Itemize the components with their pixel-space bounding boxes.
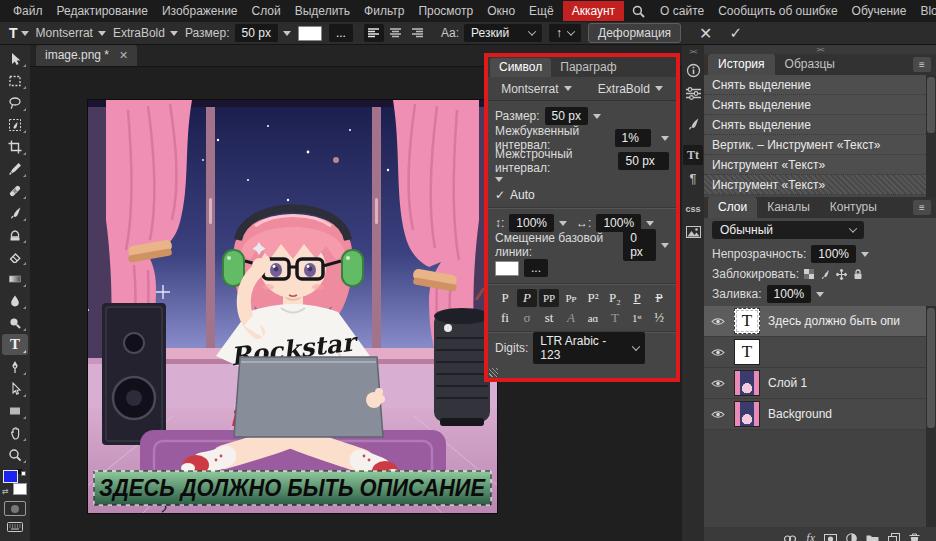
tab-channels[interactable]: Каналы: [757, 197, 820, 218]
swash-button[interactable]: A: [561, 309, 581, 327]
lock-pixels-icon[interactable]: [820, 269, 830, 280]
clone-stamp-tool[interactable]: [2, 224, 28, 245]
foreground-color-swatch[interactable]: [3, 470, 18, 483]
quick-mask-button[interactable]: [4, 501, 26, 516]
cancel-edit-icon[interactable]: ✕: [694, 24, 717, 43]
cp-font-style-select[interactable]: ExtraBold: [598, 82, 663, 96]
layers-menu-button[interactable]: ≡: [913, 200, 931, 215]
dropdown-arrow-icon[interactable]: [816, 292, 824, 297]
cp-font-family-select[interactable]: Montserrat: [501, 82, 571, 96]
delete-layer-icon[interactable]: [909, 533, 920, 541]
faux-bold-button[interactable]: P: [495, 289, 515, 307]
menu-file[interactable]: Файл: [6, 1, 50, 21]
color-swatches[interactable]: ⇄: [2, 469, 28, 496]
layer-effects-icon[interactable]: fx: [806, 531, 815, 541]
tab-paths[interactable]: Контуры: [820, 197, 887, 218]
more-options-button[interactable]: ...: [329, 24, 353, 42]
confirm-edit-icon[interactable]: ✓: [725, 24, 748, 42]
default-colors-icon[interactable]: [17, 469, 26, 474]
crop-tool[interactable]: [2, 136, 28, 157]
layer-name[interactable]: Здесь должно быть опи: [768, 314, 900, 328]
link-layers-icon[interactable]: [783, 535, 797, 541]
quick-select-tool[interactable]: [2, 114, 28, 135]
document-tab[interactable]: image.png * ✕: [36, 45, 137, 66]
dropdown-arrow-icon[interactable]: [559, 221, 567, 226]
menu-select[interactable]: Выделить: [288, 1, 357, 21]
paragraph-panel-icon[interactable]: ¶: [683, 168, 703, 188]
search-icon[interactable]: [624, 3, 653, 20]
tab-history[interactable]: История: [708, 54, 775, 75]
discretionary-ligatures-button[interactable]: st: [539, 309, 559, 327]
type-tool[interactable]: T: [2, 334, 28, 355]
cp-leading-input[interactable]: 50 px: [618, 152, 669, 170]
lasso-tool[interactable]: [2, 92, 28, 113]
active-tool-indicator[interactable]: T: [9, 25, 29, 41]
dropdown-arrow-icon[interactable]: [283, 31, 291, 36]
close-tab-icon[interactable]: ✕: [119, 49, 128, 62]
text-color-swatch[interactable]: [298, 26, 322, 41]
underline-button[interactable]: P: [627, 289, 647, 307]
dropdown-arrow-icon[interactable]: [495, 177, 503, 182]
cp-size-input[interactable]: 50 px: [545, 107, 588, 125]
brush-panel-icon[interactable]: [683, 114, 703, 134]
zoom-tool[interactable]: [2, 444, 28, 465]
tab-paragraph[interactable]: Параграф: [551, 58, 625, 77]
cp-text-color-swatch[interactable]: [495, 261, 519, 276]
layers-scrollbar[interactable]: [926, 306, 936, 527]
dropdown-arrow-icon[interactable]: [593, 114, 601, 119]
layer-visibility-toggle[interactable]: [710, 348, 726, 357]
eyedropper-tool[interactable]: [2, 158, 28, 179]
cp-vscale-input[interactable]: 100%: [509, 214, 554, 232]
eraser-tool[interactable]: [2, 246, 28, 267]
opacity-input[interactable]: 100%: [811, 245, 856, 263]
history-item-current[interactable]: Инструмент «Текст»: [704, 175, 926, 195]
history-item[interactable]: Снять выделение: [704, 95, 926, 115]
properties-panel-icon[interactable]: [683, 83, 703, 103]
font-style-select[interactable]: ExtraBold: [113, 26, 178, 40]
hand-tool[interactable]: [2, 422, 28, 443]
adjustment-layer-icon[interactable]: [846, 533, 857, 541]
strikethrough-button[interactable]: P: [649, 289, 669, 307]
text-layer-thumbnail[interactable]: T: [734, 339, 760, 365]
layer-name[interactable]: Background: [768, 407, 832, 421]
history-item[interactable]: Вертик. – Инструмент «Текст»: [704, 135, 926, 155]
image-layer-thumbnail[interactable]: [734, 370, 760, 396]
menu-filter[interactable]: Фильтр: [357, 1, 411, 21]
menu-blog[interactable]: Blog: [913, 1, 936, 21]
new-layer-icon[interactable]: [888, 533, 900, 541]
blur-tool[interactable]: [2, 290, 28, 311]
pen-tool[interactable]: [2, 356, 28, 377]
menu-view[interactable]: Просмотр: [411, 1, 480, 21]
antialias-select[interactable]: Резкий: [464, 24, 542, 42]
menu-window[interactable]: Окно: [480, 1, 522, 21]
menu-about[interactable]: О сайте: [653, 1, 711, 21]
font-family-select[interactable]: Montserrat: [36, 26, 106, 40]
faux-italic-button[interactable]: P: [517, 289, 537, 307]
add-mask-icon[interactable]: [824, 534, 837, 541]
layer-visibility-toggle[interactable]: [710, 379, 726, 388]
tab-character[interactable]: Символ: [490, 58, 551, 77]
blend-mode-select[interactable]: Обычный: [712, 221, 864, 239]
cp-tracking-input[interactable]: 1%: [615, 129, 651, 147]
align-right-button[interactable]: [408, 24, 428, 42]
layer-row[interactable]: Background: [704, 399, 926, 430]
layer-row[interactable]: Слой 1: [704, 368, 926, 399]
healing-brush-tool[interactable]: [2, 180, 28, 201]
history-item[interactable]: Инструмент «Текст»: [704, 155, 926, 175]
history-menu-button[interactable]: ≡: [913, 57, 931, 72]
menu-more[interactable]: Ещё: [522, 1, 561, 21]
history-item[interactable]: Снять выделение: [704, 75, 926, 95]
menu-learn[interactable]: Обучение: [845, 1, 914, 21]
superscript-button[interactable]: P²: [583, 289, 603, 307]
rectangle-shape-tool[interactable]: [2, 400, 28, 421]
align-center-button[interactable]: [386, 24, 406, 42]
move-tool[interactable]: [2, 48, 28, 69]
css-panel-icon[interactable]: css: [683, 199, 703, 219]
tab-swatches[interactable]: Образцы: [775, 54, 845, 75]
character-panel-icon[interactable]: Tt: [683, 145, 703, 165]
layer-visibility-toggle[interactable]: [710, 317, 726, 326]
image-panel-icon[interactable]: [683, 222, 703, 242]
fractions-button[interactable]: ½: [649, 309, 669, 327]
tab-layers[interactable]: Слои: [708, 197, 757, 218]
contextual-alternates-button[interactable]: σ: [517, 309, 537, 327]
